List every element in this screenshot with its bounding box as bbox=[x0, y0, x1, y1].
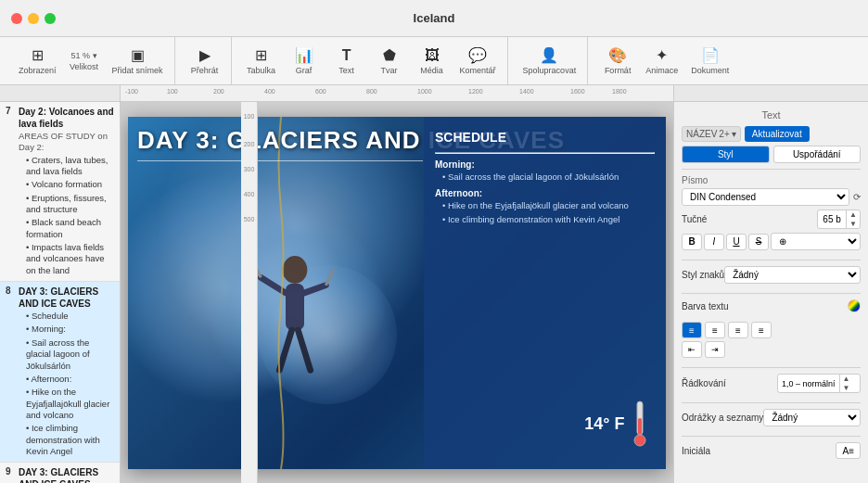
align-center-button[interactable]: ≡ bbox=[705, 322, 725, 338]
indent-decrease-button[interactable]: ⇤ bbox=[682, 341, 702, 358]
toolbar-btn-dokument[interactable]: 📄 Dokument bbox=[685, 43, 734, 79]
toolbar-btn-graf[interactable]: 📊 Graf bbox=[284, 43, 325, 79]
format-panel: Text NÁZEV 2+ ▾ Aktualizovat Styl Uspořá… bbox=[673, 102, 868, 483]
format-buttons-row: B I U S ⊕ bbox=[682, 233, 861, 250]
text-icon: T bbox=[342, 47, 351, 64]
slide-8-item4: Afternoon: bbox=[19, 373, 114, 386]
toolbar-label-tvar: Tvar bbox=[381, 66, 398, 75]
toolbar-btn-media[interactable]: 🖼 Média bbox=[412, 44, 453, 79]
slide-item-8[interactable]: 8 DAY 3: GLACIERS AND ICE CAVES Schedule… bbox=[0, 282, 120, 463]
close-button[interactable] bbox=[11, 13, 22, 24]
strikethrough-button[interactable]: S bbox=[748, 234, 769, 250]
toolbar-group-collab: 👤 Spolupracovat bbox=[512, 37, 589, 84]
maximize-button[interactable] bbox=[45, 13, 56, 24]
font-size-value: 65 b bbox=[818, 212, 846, 226]
thermometer-icon bbox=[632, 400, 647, 451]
font-size-up[interactable]: ▲ bbox=[847, 210, 860, 220]
slide-canvas: DAY 3: GLACIERS AND ICE CAVES SCHEDULE M… bbox=[128, 117, 666, 469]
radkovani-down[interactable]: ▼ bbox=[840, 384, 853, 393]
svg-rect-9 bbox=[638, 418, 642, 435]
afternoon-label: Afternoon: bbox=[435, 188, 655, 198]
document-icon: 📄 bbox=[701, 46, 720, 64]
toolbar-btn-format[interactable]: 🎨 Formát bbox=[597, 43, 638, 79]
svg-line-3 bbox=[304, 285, 326, 292]
toolbar-btn-zobrazeni[interactable]: ⊞ Zobrazení bbox=[13, 43, 62, 79]
styl-znaku-select[interactable]: Žádný bbox=[724, 266, 861, 284]
name-label: NÁZEV 2+ ▾ bbox=[682, 126, 741, 142]
font-size-down[interactable]: ▼ bbox=[847, 220, 860, 229]
slide-9-title: DAY 3: GLACIERS AND ICE CAVES bbox=[19, 466, 114, 483]
iniciala-row: Iniciála A≡ bbox=[682, 442, 861, 459]
align-right-button[interactable]: ≡ bbox=[728, 322, 748, 338]
toolbar-btn-animace[interactable]: ✦ Animace bbox=[640, 43, 683, 79]
more-format-select[interactable]: ⊕ bbox=[771, 233, 861, 250]
divider-5 bbox=[682, 402, 861, 403]
toolbar-label-animace: Animace bbox=[645, 66, 678, 75]
radkovani-up[interactable]: ▲ bbox=[840, 375, 853, 384]
font-size-stepper: 65 b ▲ ▼ bbox=[817, 210, 861, 229]
chart-icon: 📊 bbox=[295, 46, 313, 64]
slide-panel: 7 Day 2: Volcanoes and lava fields AREAS… bbox=[0, 102, 121, 483]
font-label: Písmo bbox=[682, 175, 861, 185]
iniciala-button[interactable]: A≡ bbox=[836, 442, 861, 459]
slide-number-9: 9 bbox=[6, 466, 15, 483]
align-justify-button[interactable]: ≡ bbox=[751, 322, 772, 338]
svg-point-10 bbox=[634, 435, 645, 446]
toolbar-btn-text[interactable]: T Text bbox=[326, 44, 367, 79]
slide-item-9[interactable]: 9 DAY 3: GLACIERS AND ICE CAVES AREAS OF… bbox=[0, 463, 120, 483]
radkovani-value: 1,0 – normální bbox=[778, 377, 839, 390]
tucne-label: Tučné bbox=[682, 214, 707, 224]
toolbar-label-text: Text bbox=[338, 66, 354, 75]
font-select[interactable]: DIN Condensed bbox=[682, 188, 849, 206]
slide-item-7[interactable]: 7 Day 2: Volcanoes and lava fields AREAS… bbox=[0, 102, 120, 282]
main-area: 7 Day 2: Volcanoes and lava fields AREAS… bbox=[0, 102, 868, 483]
font-row: DIN Condensed ⟳ bbox=[682, 188, 861, 206]
svg-line-7 bbox=[326, 270, 333, 286]
toolbar: ⊞ Zobrazení 51 % ▾ Velikost ▣ Přidat sní… bbox=[0, 37, 868, 85]
barva-textu-label: Barva textu bbox=[682, 301, 729, 311]
toolbar-btn-velikost[interactable]: 51 % ▾ Velikost bbox=[64, 47, 105, 75]
tab-usporadani[interactable]: Uspořádání bbox=[773, 146, 862, 163]
rope-svg bbox=[267, 117, 295, 469]
canvas-area[interactable]: 100 200 300 400 500 bbox=[121, 102, 673, 483]
odrazky-select[interactable]: Žádný bbox=[763, 409, 861, 426]
iniciala-label: Iniciála bbox=[682, 446, 710, 456]
barva-textu-row: Barva textu bbox=[682, 299, 861, 312]
toolbar-group-insert: ⊞ Tabulka 📊 Graf T Text ⬟ Tvar 🖼 Média 💬… bbox=[236, 37, 508, 84]
styl-znaku-section: Styl znaků Žádný bbox=[682, 266, 861, 284]
media-icon: 🖼 bbox=[425, 47, 440, 64]
indent-increase-button[interactable]: ⇥ bbox=[705, 341, 725, 358]
play-icon: ▶ bbox=[199, 46, 211, 64]
slide-8-item1: Schedule bbox=[19, 310, 114, 323]
underline-button[interactable]: U bbox=[726, 234, 747, 250]
toolbar-btn-tvar[interactable]: ⬟ Tvar bbox=[369, 43, 410, 79]
italic-button[interactable]: I bbox=[704, 234, 724, 250]
toolbar-label-media: Média bbox=[420, 66, 443, 75]
slide-7-areas: AREAS OF STUDY on Day 2: bbox=[19, 131, 114, 154]
afternoon-item-1: Hike on the Eyjafjallajökull glacier and… bbox=[435, 200, 655, 212]
slide-7-item5: Impacts lava fields and volcanoes have o… bbox=[19, 241, 114, 277]
toolbar-label-prevrat: Přehrát bbox=[191, 66, 219, 75]
toolbar-label-dokument: Dokument bbox=[691, 66, 729, 75]
tab-styl[interactable]: Styl bbox=[682, 146, 770, 163]
toolbar-btn-prevrat[interactable]: ▶ Přehrát bbox=[185, 43, 225, 79]
update-button[interactable]: Aktualizovat bbox=[745, 126, 810, 142]
toolbar-btn-spolupracovat[interactable]: 👤 Spolupracovat bbox=[517, 43, 582, 79]
minimize-button[interactable] bbox=[28, 13, 39, 24]
bold-button[interactable]: B bbox=[682, 234, 702, 250]
slide-8-title: DAY 3: GLACIERS AND ICE CAVES bbox=[19, 286, 114, 310]
toolbar-label-pridat: Přidat snímek bbox=[112, 66, 163, 75]
comment-icon: 💬 bbox=[468, 46, 487, 64]
color-wheel-icon[interactable] bbox=[848, 299, 861, 312]
format-icon: 🎨 bbox=[608, 46, 627, 64]
toolbar-btn-tabulka[interactable]: ⊞ Tabulka bbox=[241, 43, 282, 79]
indent-row: ⇤ ⇥ bbox=[682, 341, 861, 358]
align-left-button[interactable]: ≡ bbox=[682, 322, 702, 338]
toolbar-btn-pridat[interactable]: ▣ Přidat snímek bbox=[107, 43, 169, 79]
chevron-down-icon: ▾ bbox=[732, 129, 736, 139]
slide-8-item5: Hike on the Eyjafjallajökull glacier and… bbox=[19, 386, 114, 422]
toolbar-btn-komentar[interactable]: 💬 Komentář bbox=[454, 43, 502, 79]
ruler-content: -100 100 200 400 600 800 1000 1200 1400 … bbox=[121, 85, 673, 101]
odrazky-section: Odrážky a seznamy Žádný bbox=[682, 409, 861, 426]
radkovani-stepper: 1,0 – normální ▲ ▼ bbox=[777, 374, 861, 393]
